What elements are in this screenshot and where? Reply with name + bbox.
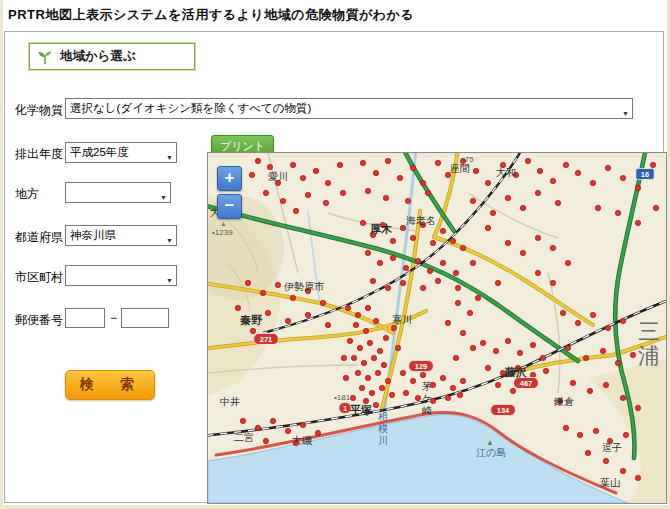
svg-text:▲: ▲ [486,438,494,447]
postal-dash: − [110,311,117,325]
map-canvas[interactable]: 271129113446716 愛川座間•75大和大山▲•1239厚木海老名伊勢… [208,153,666,503]
city-label: 市区町村 [15,269,63,286]
section-header-label: 地域から選ぶ [60,48,136,65]
region-select[interactable] [65,182,171,203]
svg-text:271: 271 [260,335,273,344]
search-panel: 地域から選ぶ 化学物質 選択なし(ダイオキシン類を除くすべての物質) 排出年度 … [4,31,664,503]
svg-text:座間: 座間 [450,163,470,174]
svg-text:茅ケ崎: 茅ケ崎 [421,381,432,416]
svg-text:▲: ▲ [220,220,227,227]
chemical-select[interactable]: 選択なし(ダイオキシン類を除くすべての物質) [65,98,633,119]
svg-text:海老名: 海老名 [406,215,436,226]
svg-text:逗子: 逗子 [602,442,622,453]
zoom-out-button[interactable]: − [217,194,242,219]
map[interactable]: 271129113446716 愛川座間•75大和大山▲•1239厚木海老名伊勢… [207,152,667,504]
svg-text:寒川: 寒川 [392,314,412,325]
section-header: 地域から選ぶ [29,43,195,70]
svg-text:平塚: 平塚 [350,404,372,416]
zoom-in-button[interactable]: + [217,166,242,191]
city-select[interactable] [65,265,177,286]
svg-text:秦野: 秦野 [240,314,263,326]
svg-text:129: 129 [415,362,428,371]
year-label: 排出年度 [15,146,63,163]
page: PRTR地図上表示システムを活用するより地域の危険物質がわかる 地域から選ぶ 化… [3,0,667,505]
svg-text:相模川: 相模川 [377,411,388,446]
svg-text:鎌倉: 鎌倉 [553,396,574,407]
prefecture-label: 都道府県 [15,229,63,246]
svg-text:江の島: 江の島 [476,447,506,458]
svg-text:•75: •75 [462,155,474,164]
postal-input-2[interactable] [121,308,169,328]
svg-text:•1239: •1239 [212,228,233,237]
svg-text:467: 467 [520,379,533,388]
chemical-label: 化学物質 [15,102,63,119]
svg-text:藤沢: 藤沢 [504,366,527,378]
leaf-icon [37,49,53,65]
postal-label: 郵便番号 [15,312,63,329]
svg-text:16: 16 [641,170,649,179]
svg-text:伊勢原市: 伊勢原市 [283,281,325,292]
svg-text:愛川: 愛川 [268,171,288,182]
page-title: PRTR地図上表示システムを活用するより地域の危険物質がわかる [8,6,414,24]
svg-text:二宮: 二宮 [234,432,254,443]
svg-text:葉山: 葉山 [600,477,620,488]
svg-text:1: 1 [343,404,347,413]
svg-text:厚木: 厚木 [369,223,393,235]
svg-text:大磯: 大磯 [292,435,312,446]
year-select[interactable]: 平成25年度 [65,142,177,163]
svg-text:134: 134 [497,406,510,415]
prefecture-select[interactable]: 神奈川県 [65,225,177,246]
svg-text:•181: •181 [334,393,351,402]
svg-text:中井: 中井 [220,396,240,407]
postal-input-1[interactable] [65,308,105,328]
region-label: 地方 [15,186,39,203]
search-button[interactable]: 検 索 [65,370,155,400]
svg-text:三浦: 三浦 [638,319,660,368]
svg-text:大和: 大和 [496,167,516,178]
